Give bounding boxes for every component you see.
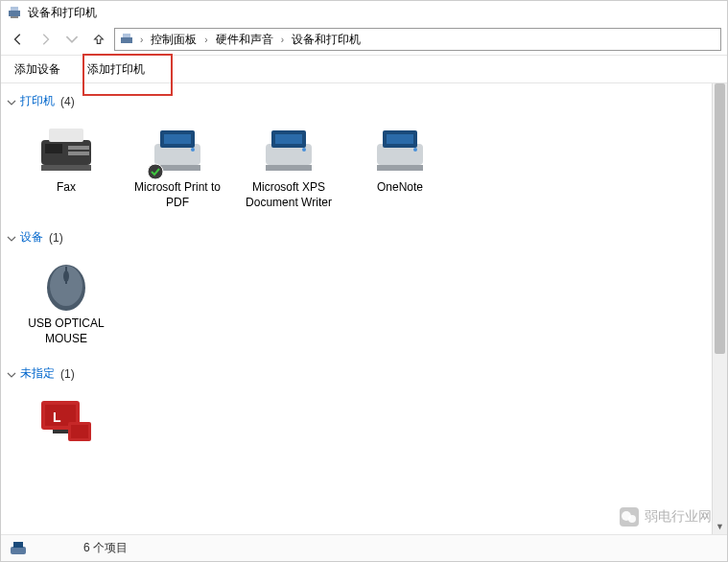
devices-printers-icon <box>119 32 134 47</box>
recent-dropdown[interactable] <box>60 28 83 51</box>
device-label: Microsoft XPS Document Writer <box>243 180 335 210</box>
svg-rect-9 <box>68 152 89 155</box>
watermark-text: 弱电行业网 <box>645 508 712 526</box>
svg-rect-1 <box>11 7 18 11</box>
device-item-print-to-pdf[interactable]: Microsoft Print to PDF <box>131 123 223 210</box>
svg-rect-2 <box>11 16 18 18</box>
up-button[interactable] <box>87 28 110 51</box>
device-item-fax[interactable]: Fax <box>20 123 112 210</box>
devices-grid: USB OPTICAL MOUSE <box>1 249 727 356</box>
scroll-down-arrow[interactable]: ▼ <box>713 519 727 534</box>
breadcrumb[interactable]: › 控制面板 › 硬件和声音 › 设备和打印机 <box>114 28 721 51</box>
statusbar: 6 个项目 <box>1 534 727 561</box>
group-name: 打印机 <box>20 93 55 109</box>
device-label: USB OPTICAL MOUSE <box>20 316 112 346</box>
group-count: (1) <box>49 231 63 245</box>
svg-rect-39 <box>13 542 23 548</box>
group-header-devices[interactable]: 设备 (1) <box>1 220 727 249</box>
group-name: 设备 <box>20 229 43 246</box>
svg-rect-19 <box>275 134 302 144</box>
watermark: 弱电行业网 <box>620 507 712 527</box>
device-label: Microsoft Print to PDF <box>131 180 223 210</box>
device-label: Fax <box>57 180 76 196</box>
forward-button[interactable] <box>34 28 57 51</box>
scrollbar-thumb[interactable] <box>715 83 725 354</box>
group-count: (1) <box>60 367 75 381</box>
fax-icon <box>35 123 97 176</box>
navbar: › 控制面板 › 硬件和声音 › 设备和打印机 <box>1 24 727 55</box>
vertical-scrollbar[interactable]: ▲ ▼ <box>712 83 727 534</box>
printers-grid: Fax Microsoft Print to PDF Microsoft XPS… <box>1 113 727 220</box>
printer-icon <box>258 123 319 176</box>
back-button[interactable] <box>7 28 30 51</box>
wechat-icon <box>620 507 639 527</box>
content-area: 打印机 (4) Fax Microsoft Print to PDF Micro… <box>1 83 727 534</box>
svg-rect-25 <box>377 165 423 171</box>
svg-point-21 <box>302 148 306 152</box>
svg-rect-8 <box>68 146 89 150</box>
unspecified-grid: L <box>1 386 727 462</box>
status-text: 6 个项目 <box>35 540 128 556</box>
group-header-printers[interactable]: 打印机 (4) <box>1 83 727 113</box>
chevron-down-icon <box>7 231 16 245</box>
device-item-mouse[interactable]: USB OPTICAL MOUSE <box>20 259 112 346</box>
svg-rect-6 <box>49 129 83 142</box>
svg-point-37 <box>628 515 636 523</box>
device-item-xps-writer[interactable]: Microsoft XPS Document Writer <box>243 123 335 210</box>
svg-rect-0 <box>9 11 20 16</box>
chevron-down-icon <box>7 95 16 108</box>
titlebar: 设备和打印机 <box>1 1 727 24</box>
unknown-device-icon: L <box>35 395 97 449</box>
device-item-unspecified[interactable]: L <box>20 395 112 453</box>
breadcrumb-item[interactable]: 控制面板 <box>149 32 199 48</box>
add-printer-button[interactable]: 添加打印机 <box>74 56 158 83</box>
svg-rect-7 <box>45 144 62 153</box>
chevron-down-icon <box>7 367 16 381</box>
device-item-onenote[interactable]: OneNote <box>354 123 446 210</box>
group-header-unspecified[interactable]: 未指定 (1) <box>1 356 727 386</box>
chevron-right-icon[interactable]: › <box>136 35 147 45</box>
svg-point-16 <box>148 164 163 179</box>
chevron-right-icon[interactable]: › <box>277 35 288 45</box>
add-device-button[interactable]: 添加设备 <box>1 56 74 83</box>
svg-point-29 <box>63 270 69 282</box>
svg-rect-20 <box>266 165 312 171</box>
svg-rect-35 <box>53 430 68 433</box>
svg-rect-4 <box>123 34 130 37</box>
default-check-icon <box>147 163 164 180</box>
svg-point-15 <box>191 148 195 152</box>
breadcrumb-item[interactable]: 设备和打印机 <box>290 32 363 48</box>
devices-printers-icon <box>7 5 22 20</box>
group-name: 未指定 <box>20 365 55 382</box>
device-label: OneNote <box>377 180 423 196</box>
svg-rect-38 <box>11 547 26 554</box>
printer-icon <box>147 123 208 176</box>
svg-rect-10 <box>41 165 91 171</box>
svg-rect-24 <box>387 134 413 144</box>
svg-text:L: L <box>53 410 61 425</box>
svg-rect-3 <box>121 37 132 43</box>
chevron-right-icon[interactable]: › <box>200 35 211 45</box>
svg-rect-13 <box>164 134 191 144</box>
breadcrumb-item[interactable]: 硬件和声音 <box>214 32 275 48</box>
svg-point-26 <box>413 148 417 152</box>
mouse-icon <box>35 259 97 313</box>
toolbar: 添加设备 添加打印机 <box>1 55 727 83</box>
printer-small-icon <box>9 540 28 557</box>
group-count: (4) <box>60 95 75 108</box>
svg-rect-34 <box>71 425 88 438</box>
window-title: 设备和打印机 <box>28 5 97 21</box>
printer-icon <box>369 123 431 176</box>
